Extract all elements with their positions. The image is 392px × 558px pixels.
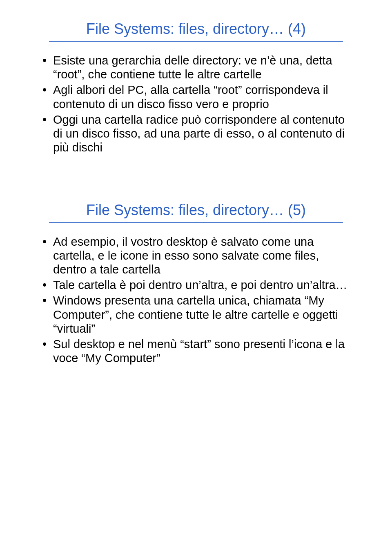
bullet-item: Esiste una gerarchia delle directory: ve…: [41, 53, 351, 81]
bullet-item: Tale cartella è poi dentro un’altra, e p…: [41, 278, 351, 292]
bullet-list: Esiste una gerarchia delle directory: ve…: [41, 53, 351, 155]
bullet-item: Ad esempio, il vostro desktop è salvato …: [41, 235, 351, 277]
slide-4: File Systems: files, directory… (4) Esis…: [0, 0, 392, 181]
slide-title: File Systems: files, directory… (4): [41, 20, 351, 38]
bullet-list: Ad esempio, il vostro desktop è salvato …: [41, 235, 351, 365]
page: File Systems: files, directory… (4) Esis…: [0, 0, 392, 391]
slide-5: File Systems: files, directory… (5) Ad e…: [0, 181, 392, 391]
bullet-item: Oggi una cartella radice può corrisponde…: [41, 113, 351, 155]
bullet-item: Agli albori del PC, alla cartella “root”…: [41, 83, 351, 111]
title-rule: [49, 222, 343, 223]
bullet-item: Windows presenta una cartella unica, chi…: [41, 293, 351, 336]
title-rule: [49, 41, 343, 42]
slide-title: File Systems: files, directory… (5): [41, 202, 351, 219]
bullet-item: Sul desktop e nel menù “start” sono pres…: [41, 337, 351, 365]
